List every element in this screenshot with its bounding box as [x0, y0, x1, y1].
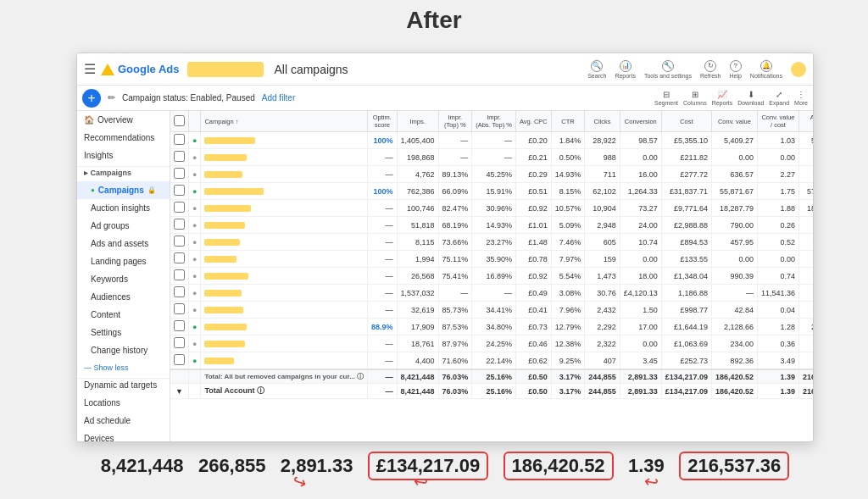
row-imps-abs: 30.96% [472, 200, 516, 217]
row-campaign[interactable] [201, 251, 368, 268]
metric-conv: 2,891.33 [281, 455, 353, 477]
col-cvr[interactable]: Conv. value/ cost [757, 111, 798, 132]
col-clicks[interactable]: Clicks [585, 111, 620, 132]
col-ctr[interactable]: CTR [551, 111, 585, 132]
row-cpc: £0.73 [515, 319, 551, 335]
hamburger-icon[interactable]: ☰ [84, 61, 96, 77]
row-cost: £133.55 [661, 251, 711, 268]
help-icon-btn[interactable]: ? Help [729, 60, 741, 79]
account-badge [791, 62, 806, 77]
row-campaign[interactable] [201, 234, 368, 251]
account-name-bar [187, 62, 264, 77]
col-cpc[interactable]: Avg. CPC [515, 111, 551, 132]
sidebar-item-ad-schedule[interactable]: Ad schedule [77, 412, 170, 430]
row-status: ● [189, 268, 201, 285]
sidebar-item-locations[interactable]: Locations [77, 394, 170, 412]
row-cvr: 0.52 [757, 234, 798, 251]
sidebar-item-adgroups[interactable]: Ad groups [77, 217, 170, 235]
row-ctr: 7.46% [551, 234, 585, 251]
sidebar-item-keywords[interactable]: Keywords [77, 270, 170, 288]
row-campaign[interactable] [201, 166, 368, 183]
row-checkbox[interactable] [170, 251, 189, 268]
sidebar-item-recommendations[interactable]: Recommendations [77, 129, 170, 147]
row-ctr: 3.08% [551, 285, 585, 302]
col-conv[interactable]: Conversion [620, 111, 661, 132]
sidebar-item-settings[interactable]: Settings [77, 324, 170, 341]
sidebar-item-devices[interactable]: Devices [77, 430, 170, 441]
more-btn[interactable]: ⋮ More [794, 90, 808, 106]
row-checkbox[interactable] [170, 166, 189, 183]
row-checkbox[interactable] [170, 285, 189, 302]
row-campaign[interactable] [201, 200, 368, 217]
row-ctr: 5.09% [551, 217, 585, 234]
edit-icon[interactable]: ✏ [108, 92, 115, 103]
search-icon-btn[interactable]: 🔍 Search [587, 60, 606, 79]
row-campaign[interactable] [201, 217, 368, 234]
col-imps[interactable]: Imps. [397, 111, 438, 132]
columns-btn[interactable]: ⊞ Columns [683, 90, 707, 106]
row-checkbox[interactable] [170, 132, 189, 149]
row-campaign[interactable] [201, 268, 368, 285]
table-row: ● 100% 1,405,400 — — £0.20 1.84% 28,922 … [170, 132, 813, 149]
row-conv: 16.00 [620, 166, 661, 183]
add-button[interactable]: + [82, 89, 101, 108]
row-all-cv: 12.00 [799, 149, 813, 166]
row-imps-abs: 35.90% [472, 251, 516, 268]
refresh-icon-btn[interactable]: ↻ Refresh [700, 60, 721, 79]
expand-btn[interactable]: ⤢ Expand [769, 90, 789, 106]
col-imps-top[interactable]: Impr.(Top) % [438, 111, 472, 132]
row-all-cv: 3.00 [799, 285, 813, 302]
row-campaign[interactable] [201, 302, 368, 319]
col-campaign[interactable]: Campaign ↑ [201, 111, 368, 132]
col-checkbox[interactable] [170, 111, 189, 132]
row-checkbox[interactable] [170, 217, 189, 234]
sidebar-item-overview[interactable]: 🏠Overview [77, 111, 170, 129]
row-imps: 8,115 [397, 234, 438, 251]
sidebar-item-show-less[interactable]: — Show less [77, 359, 170, 376]
sidebar-item-landing[interactable]: Landing pages [77, 252, 170, 270]
col-imps-abs[interactable]: Impr.(Abs. Top) % [472, 111, 516, 132]
row-campaign[interactable] [201, 352, 368, 370]
reports-icon-btn[interactable]: 📊 Reports [615, 60, 636, 79]
row-status: ● [189, 285, 201, 302]
col-conv-val[interactable]: Conv. value [711, 111, 757, 132]
col-cost[interactable]: Cost [661, 111, 711, 132]
row-campaign[interactable] [201, 319, 368, 335]
select-all-checkbox[interactable] [174, 115, 185, 126]
row-campaign[interactable] [201, 132, 368, 149]
row-checkbox[interactable] [170, 234, 189, 251]
row-campaign[interactable] [201, 183, 368, 200]
sidebar-item-ads[interactable]: Ads and assets [77, 235, 170, 252]
sidebar-item-campaigns[interactable]: ● Campaigns 🔒 [77, 181, 170, 199]
reports-btn[interactable]: 📈 Reports [712, 90, 733, 106]
tools-icon-btn[interactable]: 🔧 Tools and settings [644, 60, 692, 79]
row-checkbox[interactable] [170, 335, 189, 352]
row-checkbox[interactable] [170, 200, 189, 217]
sidebar-item-change-history[interactable]: Change history [77, 341, 170, 359]
sidebar-item-insights[interactable]: Insights [77, 147, 170, 164]
row-checkbox[interactable] [170, 268, 189, 285]
row-checkbox[interactable] [170, 183, 189, 200]
row-checkbox[interactable] [170, 319, 189, 335]
account-expand[interactable]: ▼ [170, 384, 189, 399]
row-imps-top: 75.41% [438, 268, 472, 285]
add-filter-btn[interactable]: Add filter [262, 93, 295, 103]
row-campaign[interactable] [201, 285, 368, 302]
row-all-cv: 892.36 [799, 352, 813, 370]
notifications-icon-btn[interactable]: 🔔 Notifications [750, 60, 782, 79]
sidebar-item-audiences[interactable]: Audiences [77, 288, 170, 306]
row-campaign[interactable] [201, 335, 368, 352]
sidebar-item-content[interactable]: Content [77, 306, 170, 324]
table-row: ● 88.9% 17,909 87.53% 34.80% £0.73 12.79… [170, 319, 813, 335]
sidebar-item-dynamic[interactable]: Dynamic ad targets [77, 378, 170, 394]
col-all-cv[interactable]: All conv.value [799, 111, 813, 132]
table-area: Campaign ↑ Optim.score Imps. Impr.(Top) … [170, 111, 813, 441]
download-btn[interactable]: ⬇ Download [737, 90, 764, 106]
row-campaign[interactable] [201, 149, 368, 166]
row-checkbox[interactable] [170, 149, 189, 166]
segment-btn[interactable]: ⊟ Segment [654, 90, 678, 106]
row-checkbox[interactable] [170, 302, 189, 319]
row-conv: 10.74 [620, 234, 661, 251]
sidebar-item-auction[interactable]: Auction insights [77, 199, 170, 217]
row-checkbox[interactable] [170, 352, 189, 370]
